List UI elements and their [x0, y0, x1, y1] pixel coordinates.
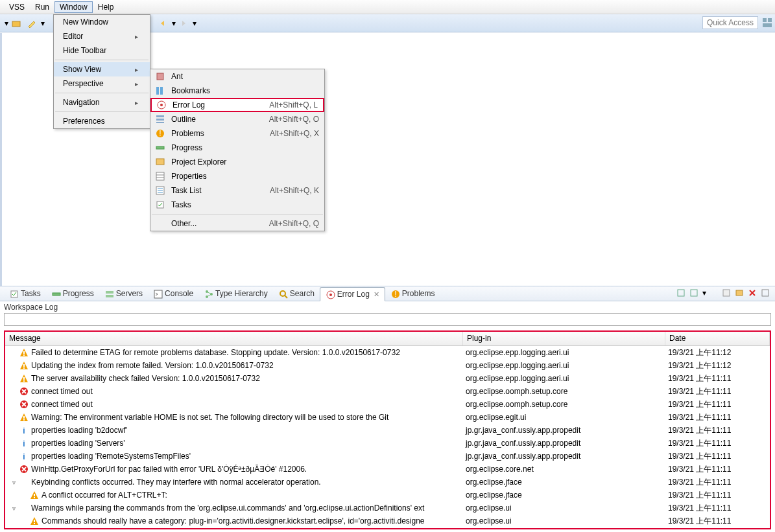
forward-dd-icon[interactable]: ▾: [192, 16, 197, 30]
tab-progress[interactable]: Progress: [46, 286, 99, 301]
clear-log-icon[interactable]: [722, 288, 732, 299]
table-row[interactable]: The server availability check failed Ver…: [5, 372, 770, 385]
menu-item-hide-toolbar[interactable]: Hide Toolbar: [54, 43, 150, 58]
warn-icon: [30, 491, 39, 500]
submenu-item-problems[interactable]: !ProblemsAlt+Shift+Q, X: [150, 126, 324, 141]
menu-item-new-window[interactable]: New Window: [54, 15, 150, 29]
row-message: connect timed out: [31, 400, 93, 409]
warn-icon: [19, 374, 29, 383]
table-row[interactable]: Warning: The environment variable HOME i…: [5, 411, 770, 424]
toolbar-dropdown-icon[interactable]: ▾: [4, 16, 9, 30]
svg-rect-2: [768, 18, 772, 22]
table-row[interactable]: Updating the index from remote failed. V…: [5, 359, 770, 372]
row-plugin: org.eclipse.jface: [463, 491, 665, 500]
svg-rect-23: [154, 290, 162, 298]
warn-icon: [19, 348, 29, 357]
row-date: 19/3/21 上午11:11: [665, 490, 770, 501]
row-date: 19/3/21 上午11:11: [665, 503, 770, 514]
svg-rect-21: [106, 291, 113, 294]
table-header: Message Plug-in Date: [5, 332, 770, 346]
table-row[interactable]: WinHttp.GetProxyForUrl for pac failed wi…: [5, 463, 770, 476]
submenu-label: Bookmarks: [171, 86, 319, 95]
open-log-icon[interactable]: [735, 288, 745, 299]
svg-rect-36: [762, 290, 769, 296]
toolbar-dropdown2-icon[interactable]: ▾: [40, 16, 45, 30]
export-log-icon[interactable]: [676, 288, 687, 299]
table-row[interactable]: iproperties loading 'b2docwf'jp.gr.java_…: [5, 424, 770, 437]
svg-rect-14: [156, 146, 164, 149]
menu-item-preferences[interactable]: Preferences: [54, 114, 150, 128]
tab-tasks[interactable]: Tasks: [4, 286, 46, 301]
row-message: properties loading 'Servers': [31, 439, 125, 448]
tab-console[interactable]: Console: [148, 286, 198, 301]
svg-rect-4: [157, 73, 163, 80]
row-plugin: org.eclipse.epp.logging.aeri.ui: [463, 374, 665, 383]
table-row[interactable]: Failed to determine ETAG for remote prob…: [5, 346, 770, 359]
table-row[interactable]: A conflict occurred for ALT+CTRL+T:org.e…: [5, 489, 770, 502]
close-icon[interactable]: ✕: [374, 290, 379, 299]
info-icon: i: [19, 426, 29, 435]
submenu-item-bookmarks[interactable]: Bookmarks: [150, 84, 324, 98]
perspective-switcher-icon[interactable]: [762, 17, 772, 28]
submenu-item-ant[interactable]: Ant: [150, 69, 324, 84]
log-filter-input[interactable]: [4, 313, 771, 326]
bookmarks-icon: [154, 86, 166, 96]
restore-log-icon[interactable]: [761, 288, 771, 299]
submenu-item-task-list[interactable]: Task ListAlt+Shift+Q, K: [150, 183, 324, 198]
svg-point-8: [160, 104, 163, 106]
quick-access-input[interactable]: Quick Access: [702, 16, 758, 29]
tab-servers[interactable]: Servers: [99, 286, 148, 301]
view-menu-icon[interactable]: ▾: [702, 288, 713, 299]
table-row[interactable]: Commands should really have a category: …: [5, 515, 770, 527]
back-icon[interactable]: [156, 16, 170, 30]
open-icon[interactable]: [9, 16, 23, 30]
submenu-item-tasks[interactable]: Tasks: [150, 198, 324, 212]
table-row[interactable]: ▿Keybinding conflicts occurred. They may…: [5, 476, 770, 489]
column-plugin[interactable]: Plug-in: [463, 332, 665, 345]
import-log-icon[interactable]: [689, 288, 700, 299]
blank-icon: [154, 218, 166, 229]
menu-item-navigation[interactable]: Navigation: [54, 95, 150, 110]
menu-item-editor[interactable]: Editor: [54, 29, 150, 43]
submenu-item-project-explorer[interactable]: Project Explorer: [150, 155, 324, 169]
svg-rect-41: [23, 377, 25, 380]
delete-log-icon[interactable]: [748, 288, 758, 299]
submenu-item-properties[interactable]: Properties: [150, 169, 324, 183]
forward-icon[interactable]: [176, 16, 191, 30]
edit-icon[interactable]: [25, 16, 39, 30]
expand-icon[interactable]: ▿: [10, 505, 17, 512]
tab-problems[interactable]: !Problems: [385, 286, 440, 301]
tab-label: Progress: [63, 289, 94, 298]
svg-rect-46: [23, 419, 25, 421]
row-plugin: jp.gr.java_conf.ussiy.app.propedit: [463, 426, 665, 435]
row-plugin: org.eclipse.ui: [463, 516, 665, 526]
tab-search[interactable]: Search: [273, 286, 320, 301]
column-message[interactable]: Message: [5, 332, 463, 345]
table-row[interactable]: ▿Warnings while parsing the commands fro…: [5, 502, 770, 515]
svg-rect-10: [156, 119, 164, 121]
submenu-item-error-log[interactable]: Error LogAlt+Shift+Q, L: [150, 98, 324, 112]
submenu-item-progress[interactable]: Progress: [150, 141, 324, 155]
expand-icon[interactable]: ▿: [10, 479, 17, 486]
menu-run[interactable]: Run: [30, 1, 54, 13]
tab-error-log[interactable]: Error Log✕: [320, 287, 385, 301]
tab-type-hierarchy[interactable]: Type Hierarchy: [198, 286, 273, 301]
svg-rect-1: [763, 18, 767, 22]
table-row[interactable]: connect timed outorg.eclipse.oomph.setup…: [5, 385, 770, 398]
table-row[interactable]: iproperties loading 'RemoteSystemsTempFi…: [5, 450, 770, 463]
problems-icon: !: [390, 289, 399, 298]
table-row[interactable]: connect timed outorg.eclipse.oomph.setup…: [5, 398, 770, 411]
menu-item-show-view[interactable]: Show View: [54, 62, 150, 76]
column-date[interactable]: Date: [665, 332, 770, 345]
menu-help[interactable]: Help: [93, 1, 119, 13]
submenu-item-outline[interactable]: OutlineAlt+Shift+Q, O: [150, 112, 324, 126]
submenu-accel: Alt+Shift+Q, O: [269, 115, 319, 124]
table-row[interactable]: iproperties loading 'Servers'jp.gr.java_…: [5, 437, 770, 450]
back-dd-icon[interactable]: ▾: [171, 16, 176, 30]
filter-row: [4, 313, 771, 327]
menu-window[interactable]: Window: [54, 1, 93, 13]
submenu-item-other-[interactable]: Other...Alt+Shift+Q, Q: [150, 216, 324, 231]
svg-text:i: i: [23, 439, 25, 448]
menu-item-perspective[interactable]: Perspective: [54, 76, 150, 91]
menu-vss[interactable]: VSS: [4, 1, 30, 13]
